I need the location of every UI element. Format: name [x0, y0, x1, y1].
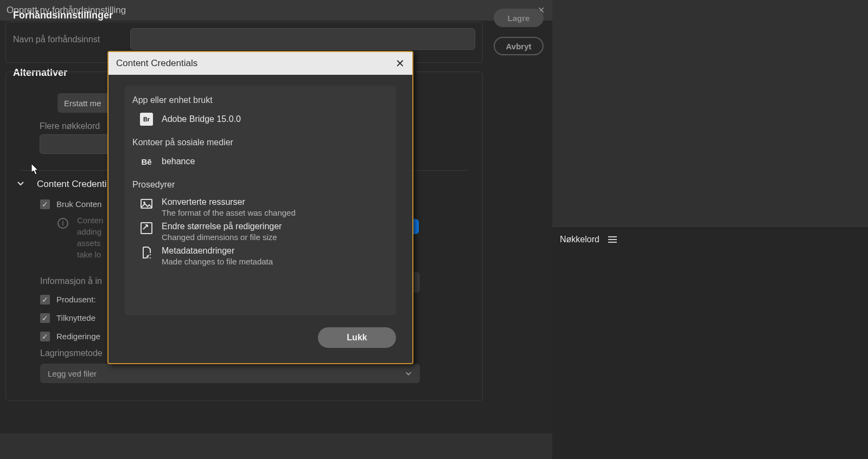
producer-checkbox[interactable]: ✓ [40, 295, 50, 305]
apply-cc-checkbox[interactable]: ✓ [40, 199, 50, 209]
edits-checkbox-row: ✓ Redigeringe [40, 332, 100, 341]
preset-name-input[interactable] [130, 28, 475, 50]
modal-body: App eller enhet brukt Br Adobe Bridge 15… [125, 86, 396, 315]
keywords-panel-header: Nøkkelord [552, 228, 868, 251]
producer-checkbox-row: ✓ Produsent: [40, 295, 96, 305]
edits-label: Redigeringe [56, 332, 100, 341]
procedure-row-metadata: Metadataendringer Made changes to file m… [132, 246, 388, 266]
more-keywords-label: Flere nøkkelord [40, 121, 100, 131]
procedure-desc: The format of the asset was changed [162, 208, 296, 217]
modal-titlebar: Content Credentials ✕ [108, 52, 412, 75]
social-name: behance [162, 157, 195, 166]
presets-heading: Forhåndsinnstillinger [13, 10, 113, 21]
procedure-row-convert: Konverterte ressurser The format of the … [132, 197, 388, 217]
chevron-down-icon [405, 370, 412, 377]
storage-method-select[interactable]: Legg ved filer [40, 364, 420, 383]
cancel-button[interactable]: Avbryt [494, 37, 544, 55]
app-row: Br Adobe Bridge 15.0.0 [132, 113, 388, 126]
info-to-include-label: Informasjon å in [40, 276, 102, 286]
apply-cc-checkbox-row: ✓ Bruk Conten [40, 199, 101, 209]
bridge-icon: Br [140, 113, 153, 126]
procedure-desc: Changed dimensions or file size [162, 232, 282, 242]
modal-close-button[interactable]: Lukk [318, 327, 396, 348]
procedure-title: Konverterte ressurser [162, 197, 296, 207]
save-button[interactable]: Lagre [494, 9, 544, 27]
app-section-label: App eller enhet brukt [132, 95, 388, 105]
edits-checkbox[interactable]: ✓ [40, 332, 50, 341]
modal-title: Content Credentials [116, 58, 197, 69]
procedure-desc: Made changes to file metadata [162, 257, 273, 266]
resize-icon [140, 222, 153, 235]
content-credentials-modal: Content Credentials ✕ App eller enhet br… [107, 51, 413, 364]
info-icon: i [58, 218, 68, 229]
metadata-file-icon [140, 246, 153, 259]
procedures-section-label: Prosedyrer [132, 180, 388, 190]
chevron-down-icon[interactable] [16, 179, 25, 188]
social-section-label: Kontoer på sosiale medier [132, 138, 388, 147]
keywords-panel: Nøkkelord [552, 228, 868, 459]
storage-method-label: Lagringsmetode [40, 348, 103, 358]
linked-checkbox[interactable]: ✓ [40, 313, 50, 323]
image-convert-icon [140, 197, 153, 210]
content-credentials-section-label: Content Credenti [37, 179, 107, 190]
linked-checkbox-row: ✓ Tilknyttede [40, 313, 95, 323]
procedure-row-resize: Endre størrelse på redigeringer Changed … [132, 222, 388, 242]
modal-close-icon[interactable]: ✕ [395, 57, 405, 70]
procedure-title: Metadataendringer [162, 246, 273, 256]
keywords-panel-title: Nøkkelord [560, 235, 599, 244]
linked-label: Tilknyttede [56, 313, 95, 322]
app-name: Adobe Bridge 15.0.0 [162, 114, 241, 124]
behance-icon: Bē [140, 155, 153, 168]
producer-label: Produsent: [56, 295, 96, 304]
panel-menu-icon[interactable] [608, 236, 617, 243]
procedure-title: Endre størrelse på redigeringer [162, 222, 282, 231]
svg-rect-0 [141, 199, 152, 208]
preset-name-label: Navn på forhåndsinnst [13, 35, 100, 44]
storage-method-value: Legg ved filer [48, 369, 97, 378]
apply-cc-label: Bruk Conten [56, 199, 101, 209]
social-row: Bē behance [132, 155, 388, 168]
